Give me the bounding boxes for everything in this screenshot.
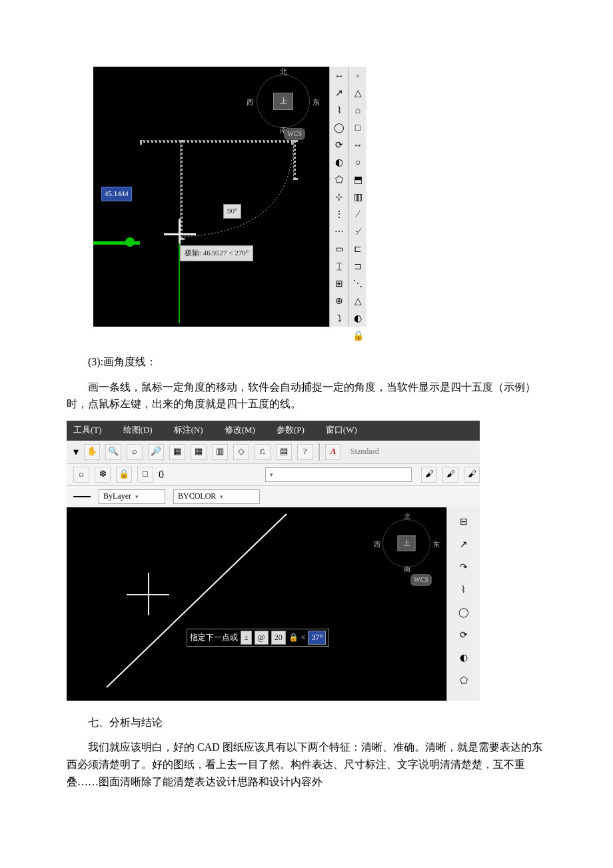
tool-icon-a4[interactable]: ◯ — [331, 120, 347, 136]
rtool-1[interactable]: ⊟ — [456, 514, 472, 530]
rtool-7[interactable]: ◐ — [456, 650, 472, 666]
tool-icon-a2[interactable]: ↗ — [331, 85, 347, 101]
tool-icon-a6[interactable]: ◐ — [331, 155, 347, 171]
angle-readout: 90° — [223, 204, 241, 219]
tool-icon-b1[interactable]: ◦ — [350, 68, 366, 84]
icon-toolbar: ▾ ✋ 🔍 ⌕ 🔎 ▦ ▦ ▥ ◇ ⎌ ▤ ? A Standard — [67, 441, 480, 463]
toolbar-col-2: ◦ △ ⌂ □ ↔ ○ ⬒ ▥ ⁄ ·⁄ ⊏ ⊐ ⋱ △ ◐ 🔒 — [348, 67, 366, 327]
tool-icon-a3[interactable]: ⌇ — [331, 103, 347, 119]
rtool-4[interactable]: ⌇ — [456, 582, 472, 598]
tool-icon-b8[interactable]: ▥ — [350, 189, 366, 205]
menu-draw[interactable]: 绘图(D) — [123, 423, 153, 437]
layer-lock-icon[interactable]: 🔒 — [116, 467, 132, 483]
grid2-icon[interactable]: ▦ — [191, 444, 207, 460]
tool-icon-a10[interactable]: ⋯ — [331, 224, 347, 240]
menu-param[interactable]: 参数(P) — [277, 423, 305, 437]
menu-bar: 工具(T) 绘图(D) 标注(N) 修改(M) 参数(P) 窗口(W) — [67, 421, 480, 441]
layer-dropdown[interactable]: ▾ — [265, 467, 412, 482]
svg-line-0 — [107, 514, 287, 687]
bylayer-value: ByLayer — [103, 490, 131, 503]
rtool-8[interactable]: ⬠ — [456, 673, 472, 689]
view-compass: 北 南 西 东 上 — [257, 75, 310, 128]
tool-icon-b5[interactable]: ↔ — [350, 137, 366, 153]
dyn-angle[interactable]: 37° — [308, 631, 326, 645]
text-style-a-icon[interactable]: A — [325, 444, 341, 460]
section-7-heading: 七、分析与结论 — [67, 714, 546, 731]
tool-icon-a15[interactable]: ⤵ — [331, 311, 347, 327]
linetype-sample-icon — [73, 496, 91, 497]
zoom-in-icon[interactable]: 🔍 — [105, 444, 121, 460]
menu-dim[interactable]: 标注(N) — [174, 423, 203, 437]
undo-icon[interactable]: ⎌ — [255, 444, 271, 460]
drawing-canvas[interactable]: 北 南 西 东 上 WCS 指定下一点或 ± @ 20 🔒 < 37° — [67, 507, 446, 701]
crosshair-h — [164, 233, 196, 235]
bylayer-dropdown[interactable]: ByLayer ▾ — [99, 489, 165, 504]
tool-icon-a7[interactable]: ⬠ — [331, 172, 347, 188]
layer-freeze-icon[interactable]: ❆ — [95, 467, 111, 483]
chevron-down-icon: ▾ — [270, 470, 273, 479]
menu-tools[interactable]: 工具(T) — [73, 423, 102, 437]
dynamic-prompt: 指定下一点或 — [190, 631, 238, 644]
tool-icon-a14[interactable]: ⊕ — [331, 293, 347, 309]
tool-icon-a9[interactable]: ⋮ — [331, 207, 347, 223]
dyn-length[interactable]: 20 — [271, 631, 286, 645]
grid-icon[interactable]: ▦ — [169, 444, 185, 460]
tool-icon-a13[interactable]: ⊞ — [331, 276, 347, 292]
menu-modify[interactable]: 修改(M) — [225, 423, 255, 437]
tool-icon-b13[interactable]: ⋱ — [350, 276, 366, 292]
rtool-3[interactable]: ↷ — [456, 559, 472, 575]
table-icon[interactable]: ▤ — [276, 444, 292, 460]
rtool-5[interactable]: ◯ — [456, 605, 472, 621]
endpoint-marker — [125, 237, 135, 247]
dimension-value[interactable]: 45.1444 — [101, 187, 132, 201]
brush2-icon[interactable]: 🖌 — [442, 467, 458, 483]
layer-toolbar: ☼ ❆ 🔒 □ 0 ▾ 🖌 🖌 🖌 — [67, 463, 480, 486]
help-icon[interactable]: ? — [297, 444, 313, 460]
wcs-label: WCS — [284, 128, 305, 140]
tool-icon-b10[interactable]: ·⁄ — [350, 224, 366, 240]
zoom-out-icon[interactable]: 🔎 — [148, 444, 164, 460]
tool-icon-b12[interactable]: ⊐ — [350, 259, 366, 275]
tool-icon-b14[interactable]: △ — [350, 293, 366, 309]
toolbar-dropdown-caret-icon[interactable]: ▾ — [73, 443, 79, 461]
bycolor-dropdown[interactable]: BYCOLOR ▾ — [173, 489, 260, 504]
diamond-icon[interactable]: ◇ — [233, 444, 249, 460]
tool-icon-a1[interactable]: ↔ — [331, 68, 347, 84]
tool-icon-b2[interactable]: △ — [350, 85, 366, 101]
tool-icon-b6[interactable]: ○ — [350, 155, 366, 171]
tool-icon-b11[interactable]: ⊏ — [350, 241, 366, 257]
tool-icon-a5[interactable]: ⟳ — [331, 137, 347, 153]
crosshair-h-2 — [127, 594, 169, 595]
rtool-6[interactable]: ⟳ — [456, 627, 472, 643]
tool-icon-a8[interactable]: ⊹ — [331, 189, 347, 205]
rtool-2[interactable]: ↗ — [456, 537, 472, 553]
chevron-down-icon: ▾ — [220, 492, 223, 501]
lock-icon: 🔒 — [289, 631, 299, 644]
dynamic-input[interactable]: 指定下一点或 ± @ 20 🔒 < 37° — [187, 629, 329, 647]
layer-sun-icon[interactable]: ☼ — [73, 467, 89, 483]
layer-color-icon[interactable]: □ — [137, 467, 153, 483]
layer-name: 0 — [159, 466, 164, 483]
dyn-at-symbol: @ — [255, 631, 269, 645]
zoom-window-icon[interactable]: ⌕ — [127, 444, 143, 460]
chevron-down-icon: ▾ — [135, 492, 139, 501]
tool-icon-a12[interactable]: ⌶ — [331, 259, 347, 275]
tool-icon-a11[interactable]: ▭ — [331, 241, 347, 257]
cad-figure-2: 工具(T) 绘图(D) 标注(N) 修改(M) 参数(P) 窗口(W) ▾ ✋ … — [67, 421, 480, 701]
brush3-icon[interactable]: 🖌 — [464, 467, 480, 483]
tool-icon-b9[interactable]: ⁄ — [350, 207, 366, 223]
compass-top-button[interactable]: 上 — [273, 93, 293, 110]
pan-icon[interactable]: ✋ — [84, 444, 100, 460]
tool-icon-b15[interactable]: ◐ — [350, 311, 366, 327]
grid3-icon[interactable]: ▥ — [212, 444, 228, 460]
compass-north: 北 — [280, 66, 287, 78]
tool-icon-b4[interactable]: □ — [350, 120, 366, 136]
tool-icon-b7[interactable]: ⬒ — [350, 172, 366, 188]
tool-icon-b3[interactable]: ⌂ — [350, 103, 366, 119]
bycolor-value: BYCOLOR — [178, 490, 216, 503]
cad-figure-1: 北 南 西 东 上 WCS 45.1444 90° 极轴: 46.9527 < … — [93, 67, 366, 327]
tool-icon-b16[interactable]: 🔒 — [350, 328, 366, 344]
dotted-arc — [180, 140, 300, 240]
menu-window[interactable]: 窗口(W) — [326, 423, 357, 437]
brush1-icon[interactable]: 🖌 — [421, 467, 437, 483]
